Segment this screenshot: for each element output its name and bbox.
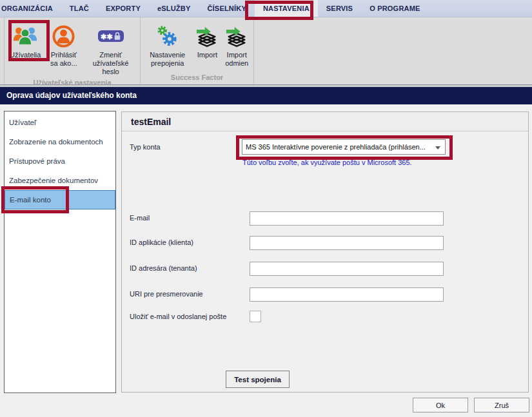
menu-tab-organizacia[interactable]: ORGANIZÁCIA	[0, 0, 61, 17]
client-app-id-field[interactable]	[250, 236, 444, 250]
ribbon-button-uzivatelia[interactable]: Užívatelia	[6, 21, 45, 61]
ribbon-group-user-settings: Užívatelia Prihlásiť sa ako... ✱✱	[4, 17, 141, 84]
panel-title: testEmail	[122, 112, 528, 131]
sidebar-item-email-konto[interactable]: E-mail konto	[5, 190, 115, 209]
sidebar-item-pristupove-prava[interactable]: Prístupové práva	[5, 151, 115, 171]
email-account-panel: testEmail Typ konta MS 365 Interaktívne …	[121, 112, 529, 393]
ribbon-button-label: Zmeniť užívateľské heslo	[84, 51, 137, 76]
account-type-label: Typ konta	[130, 143, 161, 151]
redirect-uri-label: URI pre presmerovanie	[130, 290, 203, 298]
sidebar-item-uzivatel[interactable]: Užívateľ	[5, 113, 115, 132]
email-label: E-mail	[130, 214, 150, 222]
account-type-value: MS 365 Interaktívne poverenie z prehliad…	[246, 143, 426, 151]
import-icon	[224, 22, 249, 50]
content-area: Užívateľ Zobrazenie na dokumentoch Príst…	[0, 104, 532, 417]
sidebar-item-zabezpecenie-dokumentov[interactable]: Zabezpečenie dokumentov	[5, 171, 115, 190]
menu-tab-servis[interactable]: SERVIS	[318, 0, 361, 17]
save-sent-checkbox[interactable]	[250, 311, 261, 322]
ribbon-button-import[interactable]: Import	[193, 21, 221, 61]
client-app-id-label: ID aplikácie (klienta)	[130, 238, 193, 246]
ribbon-button-label: Import odmien	[223, 51, 250, 68]
ribbon-button-label: Nastavenie prepojenia	[144, 51, 191, 68]
redirect-uri-field[interactable]	[250, 287, 444, 302]
tenant-id-label: ID adresára (tenanta)	[130, 264, 197, 272]
save-sent-mail-label: Uložiť e-mail v odoslanej pošte	[130, 313, 226, 320]
password-icon: ✱✱	[97, 22, 124, 50]
ribbon-group-items: Užívatelia Prihlásiť sa ako... ✱✱	[5, 17, 140, 77]
menu-tab-tlac[interactable]: TLAČ	[61, 0, 97, 17]
import-icon	[195, 22, 219, 50]
account-type-dropdown[interactable]: MS 365 Interaktívne poverenie z prehliad…	[242, 139, 446, 155]
ribbon-button-import-odmien[interactable]: Import odmien	[221, 21, 252, 69]
chevron-down-icon	[435, 146, 440, 150]
menu-tab-nastavenia[interactable]: NASTAVENIA	[255, 0, 318, 17]
ribbon-button-label: Import	[197, 51, 217, 59]
menu-tab-o-programe[interactable]: O PROGRAME	[361, 0, 428, 17]
settings-sidebar: Užívateľ Zobrazenie na dokumentoch Príst…	[4, 111, 116, 393]
ribbon-button-zmenit-heslo[interactable]: ✱✱ Zmeniť užívateľské heslo	[83, 21, 139, 77]
ribbon-group-label: Success Factor	[141, 72, 253, 84]
login-person-icon	[52, 22, 75, 50]
users-icon	[12, 22, 38, 50]
gears-icon	[156, 22, 179, 50]
ribbon-button-nastavenie-prepojenia[interactable]: Nastavenie prepojenia	[142, 21, 193, 69]
email-field[interactable]	[250, 211, 444, 226]
menu-tab-ciselniky[interactable]: ČÍSELNÍKY	[199, 0, 254, 17]
account-type-hint: Túto voľbu zvoľte, ak využívate poštu v …	[242, 159, 412, 166]
dialog-title: Oprava údajov užívateľského konta	[0, 87, 532, 104]
ribbon-button-label: Prihlásiť sa ako...	[47, 51, 81, 68]
menu-tab-exporty[interactable]: EXPORTY	[97, 0, 149, 17]
tenant-id-field[interactable]	[250, 262, 444, 276]
ribbon-group-success-factor: Nastavenie prepojenia Import	[141, 17, 254, 84]
ribbon-group-items: Nastavenie prepojenia Import	[141, 17, 253, 72]
ribbon-group-label: Užívateľské nastavenia	[5, 77, 140, 88]
ok-button[interactable]: Ok	[413, 398, 468, 412]
ribbon: Užívatelia Prihlásiť sa ako... ✱✱	[0, 17, 532, 84]
sidebar-item-zobrazenie-na-dokumentoch[interactable]: Zobrazenie na dokumentoch	[5, 132, 115, 151]
menu-tab-esluzby[interactable]: eSLUŽBY	[149, 0, 199, 17]
ribbon-button-label: Užívatelia	[10, 51, 41, 59]
test-connection-button[interactable]: Test spojenia	[226, 371, 290, 388]
menubar: ORGANIZÁCIA TLAČ EXPORTY eSLUŽBY ČÍSELNÍ…	[0, 0, 532, 17]
cancel-button[interactable]: Zruš	[474, 398, 529, 412]
ribbon-button-prihlasit-sa-ako[interactable]: Prihlásiť sa ako...	[45, 21, 83, 69]
svg-text:✱✱: ✱✱	[100, 33, 113, 41]
